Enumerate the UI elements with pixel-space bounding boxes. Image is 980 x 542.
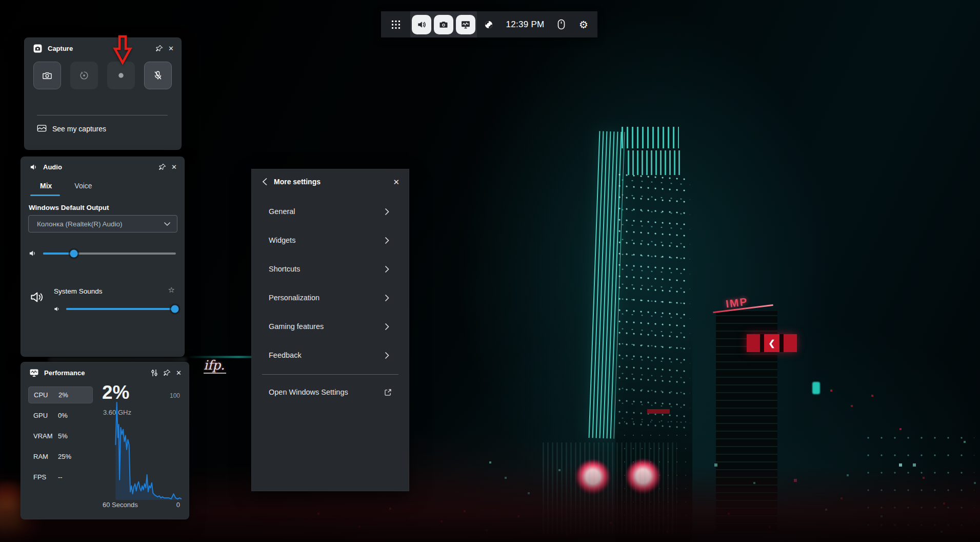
- output-section-label: Windows Default Output: [29, 204, 109, 211]
- capture-widget: Capture ✕: [24, 37, 182, 150]
- settings-item-general[interactable]: General: [252, 197, 409, 226]
- settings-item-feedback[interactable]: Feedback: [252, 341, 409, 370]
- performance-options-icon[interactable]: [151, 369, 158, 377]
- audio-widget-title: Audio: [43, 163, 62, 171]
- grid-icon: [391, 20, 401, 29]
- chevron-right-icon: [385, 294, 389, 302]
- mouse-passthrough-button[interactable]: [550, 19, 572, 30]
- pin-icon[interactable]: [155, 45, 163, 52]
- settings-item-list: General Widgets Shortcuts Personalizatio…: [252, 197, 409, 370]
- cpu-graph-area: [115, 402, 182, 500]
- metric-label: FPS: [28, 473, 58, 481]
- star-icon[interactable]: ☆: [168, 285, 175, 295]
- photographer-watermark: ifp.: [204, 358, 226, 374]
- more-settings-panel: More settings ✕ General Widgets Shortcut…: [251, 169, 409, 491]
- camera-icon: [438, 20, 449, 30]
- billboard-panel: [784, 334, 797, 352]
- slider-thumb[interactable]: [171, 305, 179, 313]
- close-icon[interactable]: ✕: [168, 45, 174, 52]
- system-sounds-slider[interactable]: [66, 308, 175, 310]
- settings-item-label: Gaming features: [269, 322, 324, 331]
- active-widget-buttons: [410, 11, 477, 37]
- metric-row-fps[interactable]: FPS --: [28, 469, 100, 486]
- external-link-icon: [384, 388, 392, 397]
- gear-icon: ⚙: [579, 20, 588, 30]
- settings-item-gaming-features[interactable]: Gaming features: [252, 312, 409, 341]
- capture-widget-title: Capture: [48, 45, 73, 52]
- settings-item-label: Personalization: [269, 294, 319, 302]
- chevron-down-icon: [155, 222, 177, 226]
- back-chevron-icon[interactable]: [262, 178, 268, 186]
- skyscraper-top-lights: [622, 127, 679, 148]
- audio-title-icon: [29, 163, 38, 171]
- billboard-chevron-logo: ❮: [764, 334, 779, 352]
- system-sounds-label: System Sounds: [54, 287, 103, 295]
- performance-widget-button[interactable]: [456, 15, 475, 34]
- divider: [262, 374, 398, 375]
- metric-value: 2%: [58, 391, 68, 399]
- billboard-gap: [760, 334, 764, 352]
- close-icon[interactable]: ✕: [393, 178, 399, 186]
- settings-item-label: Feedback: [269, 351, 302, 359]
- settings-item-shortcuts[interactable]: Shortcuts: [252, 255, 409, 283]
- chevron-right-icon: [385, 237, 389, 244]
- close-icon[interactable]: ✕: [171, 164, 177, 170]
- see-my-captures-label: See my captures: [52, 125, 106, 133]
- slider-thumb[interactable]: [70, 250, 77, 258]
- performance-widget-title: Performance: [44, 369, 85, 377]
- tab-mix[interactable]: Mix: [40, 182, 52, 190]
- settings-item-label: Shortcuts: [269, 265, 300, 273]
- pin-icon[interactable]: [158, 163, 166, 171]
- open-windows-settings-link[interactable]: Open Windows Settings: [252, 379, 409, 405]
- metric-row-gpu[interactable]: GPU 0%: [28, 407, 100, 424]
- teal-neon-sign: [812, 382, 820, 394]
- mouse-icon: [557, 19, 565, 30]
- metric-row-vram[interactable]: VRAM 5%: [28, 428, 100, 444]
- settings-item-label: Widgets: [269, 236, 295, 244]
- toolbar-right-section: 12:39 PM ⚙: [477, 11, 597, 37]
- screenshot-button[interactable]: [33, 62, 61, 89]
- metric-value: --: [58, 473, 63, 481]
- settings-item-widgets[interactable]: Widgets: [252, 226, 409, 255]
- chevron-right-icon: [385, 265, 389, 273]
- capture-widget-button[interactable]: [434, 15, 453, 34]
- performance-widget: Performance ✕ CPU 2% GPU 0% V: [21, 362, 189, 519]
- audio-widget-button[interactable]: [412, 15, 431, 34]
- active-tab-indicator: [30, 195, 60, 196]
- slider-fill: [66, 308, 175, 310]
- settings-button[interactable]: ⚙: [572, 20, 595, 30]
- record-last-30s-button[interactable]: [70, 62, 98, 89]
- pin-icon[interactable]: [163, 369, 171, 377]
- audio-widget: Audio ✕ Mix Voice Windows Default Output…: [21, 157, 185, 357]
- red-annotation-arrow: [112, 35, 133, 66]
- output-device-value: Колонка (Realtek(R) Audio): [29, 220, 123, 228]
- skyscraper-top-lights-2: [628, 150, 682, 175]
- blurred-light-streak: [49, 358, 186, 361]
- red-billboard: ❮: [747, 334, 797, 352]
- metric-label: GPU: [28, 412, 58, 419]
- metric-label: VRAM: [28, 432, 58, 440]
- widget-menu-button[interactable]: [381, 11, 410, 37]
- metric-value: 5%: [58, 432, 68, 440]
- graph-axis-max: 100: [165, 392, 180, 399]
- captures-gallery-icon: [37, 124, 47, 133]
- swirl-icon: [484, 20, 494, 30]
- metric-row-ram[interactable]: RAM 25%: [28, 448, 100, 465]
- tab-voice[interactable]: Voice: [74, 182, 92, 190]
- slider-fill: [43, 253, 74, 255]
- close-icon[interactable]: ✕: [176, 370, 182, 376]
- clock: 12:39 PM: [501, 20, 550, 30]
- settings-item-personalization[interactable]: Personalization: [252, 283, 409, 312]
- speaker-small-icon: [28, 249, 37, 258]
- billboard-gap: [779, 334, 784, 352]
- metric-row-cpu-selected[interactable]: CPU 2%: [28, 386, 93, 403]
- panel-title: More settings: [274, 178, 321, 186]
- resources-widget-button[interactable]: [477, 20, 501, 30]
- performance-title-icon: [29, 368, 39, 378]
- master-volume-slider[interactable]: [43, 253, 176, 255]
- mic-mute-toggle-button[interactable]: [144, 62, 172, 89]
- output-device-dropdown[interactable]: Колонка (Realtek(R) Audio): [28, 215, 177, 233]
- instant-replay-icon: [78, 70, 90, 81]
- start-recording-button[interactable]: [107, 62, 135, 89]
- see-my-captures-link[interactable]: See my captures: [37, 124, 106, 133]
